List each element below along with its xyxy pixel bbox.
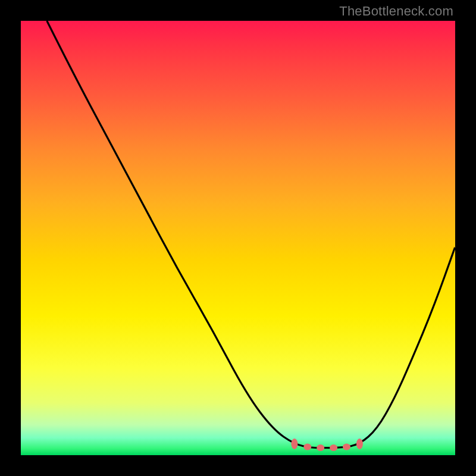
marker-dot [291, 439, 298, 449]
watermark-text: TheBottleneck.com [339, 4, 453, 19]
chart-svg [21, 21, 455, 455]
marker-dot [343, 444, 350, 450]
plot-area [21, 21, 455, 455]
chart-curve [47, 21, 455, 448]
marker-dot [356, 439, 363, 449]
chart-markers [291, 439, 363, 451]
marker-dot [317, 444, 324, 451]
chart-frame: TheBottleneck.com [0, 0, 476, 476]
marker-dot [303, 444, 311, 450]
marker-dot [330, 444, 337, 451]
